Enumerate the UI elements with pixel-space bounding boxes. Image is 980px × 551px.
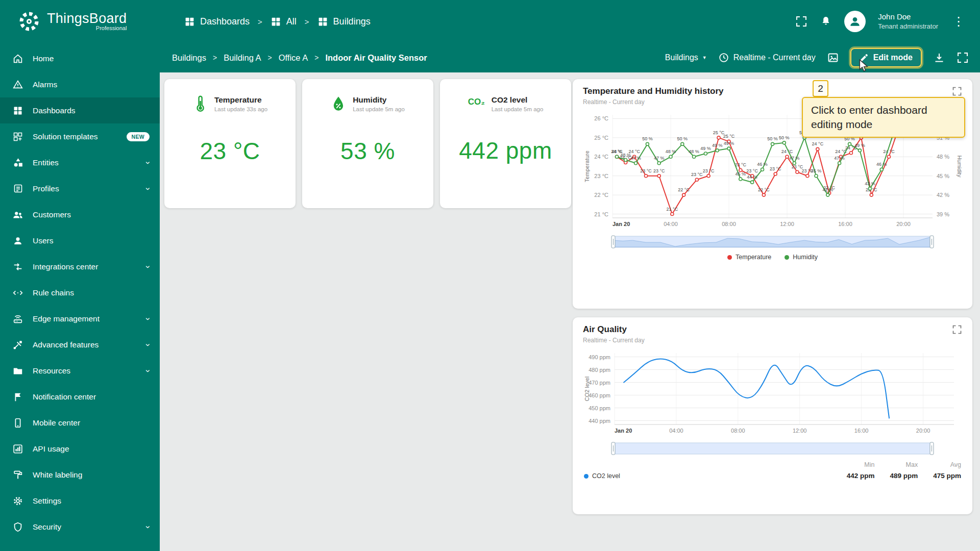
sidebar-item-label: White labeling (33, 470, 82, 480)
sidebar-item-api-usage[interactable]: API usage (0, 436, 160, 462)
sidebar-item-mobile-center[interactable]: Mobile center (0, 410, 160, 436)
card-title: Humidity (353, 95, 405, 105)
chart-range-scrollbar[interactable] (611, 234, 962, 249)
edge-router-icon (12, 313, 24, 325)
chart-legend: Temperature Humidity (583, 254, 962, 261)
user-avatar[interactable] (844, 11, 866, 32)
sidebar-item-rule-chains[interactable]: Rule chains (0, 280, 160, 306)
svg-text:23 °C: 23 °C (594, 173, 608, 179)
svg-text:20:00: 20:00 (896, 221, 911, 227)
legend-label: CO2 level (592, 472, 620, 480)
sidebar-item-integrations-center[interactable]: Integrations center › (0, 254, 160, 280)
user-name: John Doe (878, 12, 938, 22)
svg-text:Temperature: Temperature (584, 151, 590, 182)
solution-templates-icon (12, 131, 24, 143)
svg-text:04:00: 04:00 (664, 221, 678, 227)
chart-title: Air Quality (583, 324, 645, 335)
sidebar-item-white-labeling[interactable]: White labeling (0, 462, 160, 488)
timewindow-button[interactable]: Realtime - Current day (718, 52, 816, 63)
sidebar-item-resources[interactable]: Resources › (0, 358, 160, 384)
chevron-down-icon: › (143, 265, 153, 268)
legend-item-co2[interactable]: CO2 level (584, 472, 620, 480)
svg-text:50 %: 50 % (642, 136, 653, 141)
timewindow-value: Realtime - Current day (733, 53, 816, 62)
fullscreen-icon[interactable] (957, 52, 969, 64)
sidebar-item-edge-management[interactable]: Edge management › (0, 306, 160, 332)
dashboard-toolbar: Buildings > Building A > Office A > Indo… (160, 43, 980, 72)
breadcrumb-buildings[interactable]: Buildings (172, 53, 206, 63)
svg-text:47 %: 47 % (789, 156, 800, 161)
sidebar-item-alarms[interactable]: Alarms (0, 71, 160, 97)
svg-text:24 °C: 24 °C (594, 154, 608, 160)
humidity-card[interactable]: Humidity Last update 5m ago 53 % (302, 79, 433, 208)
sidebar-item-customers[interactable]: Customers (0, 202, 160, 228)
breadcrumb-office-a[interactable]: Office A (279, 53, 308, 63)
svg-text:23 °C: 23 °C (691, 172, 703, 177)
svg-text:42 %: 42 % (823, 187, 834, 192)
legend-item-humidity[interactable]: Humidity (785, 254, 818, 261)
stat-avg-value: 475 ppm (933, 472, 961, 480)
sidebar-item-label: Profiles (33, 184, 59, 193)
home-icon (12, 53, 24, 65)
pencil-icon (860, 53, 869, 62)
svg-text:470 ppm: 470 ppm (589, 380, 610, 386)
sidebar-item-entities[interactable]: Entities › (0, 149, 160, 176)
co2-card[interactable]: CO₂ CO2 level Last update 5m ago 442 ppm (440, 79, 571, 208)
dashboards-icon (12, 105, 24, 117)
notifications-bell-icon[interactable] (820, 15, 832, 28)
sidebar-item-solution-templates[interactable]: Solution templates NEW (0, 123, 160, 149)
entity-select-dropdown[interactable]: Buildings ▼ (665, 53, 707, 62)
sidebar-item-users[interactable]: Users (0, 228, 160, 254)
rule-chains-icon (12, 287, 24, 299)
entity-select-value: Buildings (665, 53, 698, 62)
breadcrumb-building-a[interactable]: Building A (224, 53, 261, 63)
fullscreen-icon[interactable] (795, 15, 807, 28)
more-menu-icon[interactable]: ⋮ (950, 15, 967, 28)
sidebar-item-profiles[interactable]: Profiles › (0, 176, 160, 202)
svg-text:25 °C: 25 °C (723, 134, 735, 139)
svg-text:Humidity: Humidity (957, 156, 962, 178)
breadcrumb-dashboards[interactable]: Dashboards (184, 16, 250, 27)
svg-text:50 %: 50 % (677, 136, 688, 141)
svg-text:53 %: 53 % (891, 117, 901, 122)
clock-icon (718, 52, 729, 63)
dashboard-grid-icon (184, 16, 195, 27)
sidebar-item-security[interactable]: Security › (0, 514, 160, 540)
svg-text:47 %: 47 % (834, 156, 845, 161)
breadcrumb-buildings[interactable]: Buildings (317, 16, 371, 27)
svg-text:490 ppm: 490 ppm (589, 354, 610, 360)
svg-text:39 %: 39 % (937, 211, 949, 217)
sidebar-item-home[interactable]: Home (0, 45, 160, 71)
widget-fullscreen-icon[interactable] (952, 324, 962, 335)
chevron-down-icon: › (143, 525, 153, 529)
svg-text:480 ppm: 480 ppm (589, 367, 610, 373)
edit-mode-button[interactable]: Edit mode (850, 48, 922, 67)
widget-fullscreen-icon[interactable] (952, 86, 962, 96)
dashboard-image-icon[interactable] (827, 52, 839, 64)
sidebar-item-label: Security (33, 522, 61, 532)
sidebar-item-advanced-features[interactable]: Advanced features › (0, 332, 160, 358)
svg-text:42 %: 42 % (937, 192, 949, 198)
temperature-card[interactable]: Temperature Last update 33s ago 23 °C (164, 79, 296, 208)
breadcrumb-all[interactable]: All (271, 16, 297, 27)
sidebar-item-dashboards[interactable]: Dashboards (0, 97, 160, 123)
sidebar-item-notification-center[interactable]: Notification center (0, 384, 160, 410)
sidebar-item-label: Users (33, 236, 53, 245)
svg-text:04:00: 04:00 (669, 428, 683, 434)
tools-icon (12, 339, 24, 351)
stat-min-value: 442 ppm (847, 472, 875, 480)
profiles-icon (12, 183, 24, 195)
download-icon[interactable] (933, 52, 945, 64)
app-logo[interactable]: ThingsBoard Professional (0, 10, 160, 33)
breadcrumb-separator: > (314, 54, 318, 62)
sidebar-item-label: Home (33, 54, 54, 63)
app-edition: Professional (96, 26, 127, 32)
svg-text:450 ppm: 450 ppm (589, 405, 610, 411)
svg-text:45 %: 45 % (736, 171, 746, 177)
stat-min-label: Min (864, 461, 874, 468)
svg-text:50 %: 50 % (844, 136, 855, 141)
legend-item-temperature[interactable]: Temperature (727, 254, 771, 261)
user-info[interactable]: John Doe Tenant administrator (878, 12, 938, 31)
sidebar-item-settings[interactable]: Settings (0, 488, 160, 514)
chart-range-scrollbar[interactable] (611, 441, 962, 456)
